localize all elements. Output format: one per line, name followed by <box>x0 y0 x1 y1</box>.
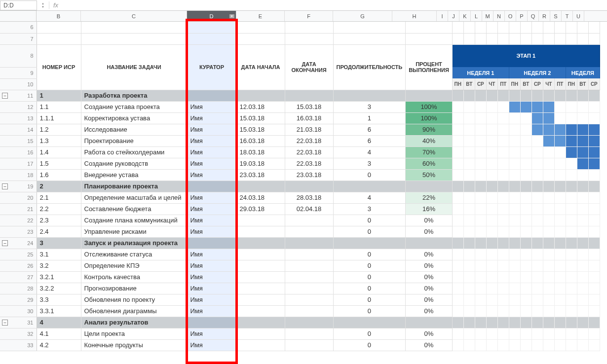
col-header-M[interactable]: M <box>482 11 493 21</box>
col-header-C[interactable]: C <box>81 11 187 21</box>
cell[interactable] <box>520 22 531 33</box>
curator-cell[interactable]: Имя <box>187 294 236 305</box>
pct-cell[interactable]: 0% <box>406 215 453 226</box>
cell[interactable]: Разработка проекта <box>81 90 187 101</box>
cell[interactable] <box>236 22 285 33</box>
pct-cell[interactable]: 40% <box>406 135 453 146</box>
cell[interactable]: 0 <box>333 328 406 339</box>
cell[interactable] <box>509 33 520 44</box>
cell[interactable] <box>285 271 333 283</box>
cell[interactable]: 0 <box>333 249 406 260</box>
pct-cell[interactable]: 0% <box>406 283 453 294</box>
cell[interactable] <box>187 90 236 101</box>
cell[interactable] <box>236 181 285 192</box>
cell[interactable]: 1.6 <box>37 169 81 181</box>
cell[interactable]: 1.5 <box>37 158 81 169</box>
cell[interactable] <box>187 33 236 44</box>
curator-cell[interactable]: Имя <box>187 112 236 124</box>
cell[interactable]: 0 <box>333 215 406 226</box>
cell[interactable]: 4 <box>37 317 81 328</box>
cell[interactable]: 0 <box>333 169 406 181</box>
pct-cell[interactable]: 0% <box>406 271 453 283</box>
cell[interactable] <box>285 305 333 317</box>
col-header-P[interactable]: P <box>516 11 528 21</box>
cell[interactable]: 1.2 <box>37 124 81 135</box>
cell[interactable] <box>236 90 285 101</box>
pct-cell[interactable]: 0% <box>406 294 453 305</box>
group-toggle[interactable]: − <box>2 93 8 99</box>
pct-cell[interactable]: 0% <box>406 260 453 271</box>
cell[interactable]: Работа со стейкхолдерами <box>81 146 187 158</box>
cell[interactable]: 0 <box>333 305 406 317</box>
cell[interactable] <box>531 33 543 44</box>
cell[interactable]: 0 <box>333 226 406 237</box>
cell[interactable] <box>187 181 236 192</box>
cell[interactable]: Определение масштаба и целей <box>81 192 187 203</box>
cell[interactable] <box>520 33 531 44</box>
row-header[interactable]: −24 <box>0 237 37 249</box>
row-header[interactable]: 17 <box>0 158 37 169</box>
cell[interactable]: 29.03.18 <box>236 203 285 215</box>
curator-cell[interactable]: Имя <box>187 158 236 169</box>
cell[interactable]: 28.03.18 <box>285 192 333 203</box>
cell[interactable]: 4 <box>333 192 406 203</box>
cell[interactable]: Создание устава проекта <box>81 101 187 112</box>
cell[interactable]: 02.04.18 <box>285 203 333 215</box>
cell[interactable] <box>566 22 577 33</box>
cell[interactable] <box>81 22 187 33</box>
curator-cell[interactable]: Имя <box>187 260 236 271</box>
name-box-nav[interactable]: ▲▼ <box>37 0 49 10</box>
cell[interactable] <box>406 22 453 33</box>
row-header[interactable]: 33 <box>0 339 37 351</box>
cell[interactable]: 1.1.1 <box>37 112 81 124</box>
cell[interactable] <box>463 33 475 44</box>
select-all-corner[interactable] <box>0 11 37 21</box>
cell[interactable] <box>486 33 497 44</box>
col-header-S[interactable]: S <box>550 11 562 21</box>
col-header-T[interactable]: T <box>562 11 573 21</box>
row-header[interactable]: −31 <box>0 317 37 328</box>
cell[interactable]: 6 <box>333 124 406 135</box>
row-header[interactable]: 21 <box>0 203 37 215</box>
row-header[interactable]: 7 <box>0 33 37 44</box>
row-header[interactable]: 25 <box>0 249 37 260</box>
cell[interactable]: 19.03.18 <box>236 158 285 169</box>
cell[interactable]: 0 <box>333 271 406 283</box>
pct-cell[interactable]: 0% <box>406 226 453 237</box>
cell[interactable] <box>543 33 554 44</box>
curator-cell[interactable]: Имя <box>187 271 236 283</box>
cell[interactable]: 4 <box>333 146 406 158</box>
curator-cell[interactable]: Имя <box>187 101 236 112</box>
cell[interactable]: 16.03.18 <box>285 112 333 124</box>
cell[interactable]: 12.03.18 <box>236 101 285 112</box>
cell[interactable] <box>285 339 333 351</box>
cell[interactable] <box>333 237 406 249</box>
cell[interactable]: 1 <box>37 90 81 101</box>
group-toggle[interactable]: − <box>2 320 8 326</box>
cell[interactable] <box>285 33 333 44</box>
cell[interactable]: 3 <box>333 203 406 215</box>
cell[interactable] <box>577 22 588 33</box>
curator-cell[interactable]: Имя <box>187 146 236 158</box>
col-header-J[interactable]: J <box>448 11 459 21</box>
cell[interactable] <box>333 33 406 44</box>
cell[interactable] <box>285 237 333 249</box>
cell[interactable] <box>285 90 333 101</box>
row-header[interactable]: 32 <box>0 328 37 339</box>
cell[interactable]: 0 <box>333 339 406 351</box>
cell[interactable]: Корректировка устава <box>81 112 187 124</box>
cell[interactable]: 3.1 <box>37 249 81 260</box>
cell[interactable] <box>406 90 453 101</box>
col-header-N[interactable]: N <box>493 11 505 21</box>
cell[interactable]: 21.03.18 <box>285 124 333 135</box>
cell[interactable] <box>236 305 285 317</box>
cell[interactable]: 4.2 <box>37 339 81 351</box>
cell[interactable]: Обновления диаграммы <box>81 305 187 317</box>
cell[interactable]: Внедрение устава <box>81 169 187 181</box>
cell[interactable] <box>497 33 509 44</box>
cell[interactable] <box>554 33 566 44</box>
pct-cell[interactable]: 0% <box>406 305 453 317</box>
row-header[interactable]: 15 <box>0 135 37 146</box>
cell[interactable] <box>566 33 577 44</box>
cell[interactable]: Составление бюджета <box>81 203 187 215</box>
